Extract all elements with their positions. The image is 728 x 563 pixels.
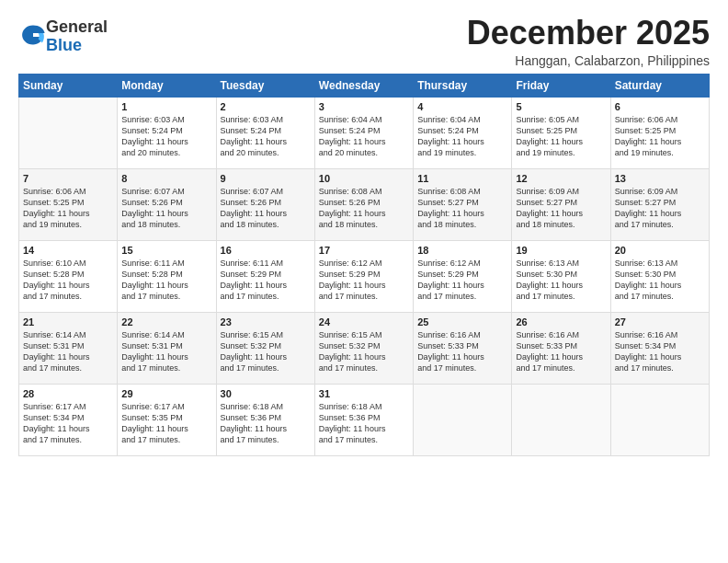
day-info: Sunrise: 6:18 AM Sunset: 5:36 PM Dayligh… <box>319 401 409 446</box>
calendar-week-2: 7Sunrise: 6:06 AM Sunset: 5:25 PM Daylig… <box>19 168 710 240</box>
day-number: 13 <box>615 173 705 184</box>
col-sunday: Sunday <box>19 74 118 97</box>
calendar-cell: 10Sunrise: 6:08 AM Sunset: 5:26 PM Dayli… <box>314 168 413 240</box>
day-info: Sunrise: 6:09 AM Sunset: 5:27 PM Dayligh… <box>615 186 705 231</box>
calendar-cell: 14Sunrise: 6:10 AM Sunset: 5:28 PM Dayli… <box>19 240 118 312</box>
logo-text: General Blue <box>46 18 108 55</box>
day-number: 3 <box>319 101 409 112</box>
day-number: 4 <box>417 101 507 112</box>
day-info: Sunrise: 6:08 AM Sunset: 5:27 PM Dayligh… <box>417 186 507 231</box>
day-info: Sunrise: 6:06 AM Sunset: 5:25 PM Dayligh… <box>615 114 705 159</box>
calendar-cell: 12Sunrise: 6:09 AM Sunset: 5:27 PM Dayli… <box>512 168 610 240</box>
calendar-cell: 19Sunrise: 6:13 AM Sunset: 5:30 PM Dayli… <box>512 240 610 312</box>
calendar-cell: 27Sunrise: 6:16 AM Sunset: 5:34 PM Dayli… <box>610 312 709 384</box>
day-number: 28 <box>23 388 113 399</box>
day-info: Sunrise: 6:18 AM Sunset: 5:36 PM Dayligh… <box>221 401 311 446</box>
title-block: December 2025 Hanggan, Calabarzon, Phili… <box>467 15 710 68</box>
day-info: Sunrise: 6:16 AM Sunset: 5:33 PM Dayligh… <box>516 329 606 374</box>
col-friday: Friday <box>512 74 610 97</box>
day-info: Sunrise: 6:14 AM Sunset: 5:31 PM Dayligh… <box>23 329 113 374</box>
col-thursday: Thursday <box>414 74 512 97</box>
day-number: 1 <box>121 101 211 112</box>
day-number: 14 <box>23 245 113 256</box>
calendar-cell: 21Sunrise: 6:14 AM Sunset: 5:31 PM Dayli… <box>19 312 118 384</box>
calendar-cell: 8Sunrise: 6:07 AM Sunset: 5:26 PM Daylig… <box>118 168 216 240</box>
day-info: Sunrise: 6:05 AM Sunset: 5:25 PM Dayligh… <box>516 114 606 159</box>
calendar-week-3: 14Sunrise: 6:10 AM Sunset: 5:28 PM Dayli… <box>19 240 710 312</box>
calendar-week-1: 1Sunrise: 6:03 AM Sunset: 5:24 PM Daylig… <box>19 97 710 168</box>
calendar-cell <box>512 384 610 455</box>
day-info: Sunrise: 6:13 AM Sunset: 5:30 PM Dayligh… <box>516 258 606 303</box>
calendar-week-5: 28Sunrise: 6:17 AM Sunset: 5:34 PM Dayli… <box>19 384 710 455</box>
calendar-cell: 5Sunrise: 6:05 AM Sunset: 5:25 PM Daylig… <box>512 97 610 168</box>
calendar-cell: 15Sunrise: 6:11 AM Sunset: 5:28 PM Dayli… <box>118 240 216 312</box>
calendar-cell: 1Sunrise: 6:03 AM Sunset: 5:24 PM Daylig… <box>118 97 216 168</box>
day-number: 24 <box>319 316 409 327</box>
calendar-cell <box>19 97 118 168</box>
calendar-cell: 3Sunrise: 6:04 AM Sunset: 5:24 PM Daylig… <box>314 97 413 168</box>
day-number: 30 <box>221 388 311 399</box>
day-number: 8 <box>121 173 211 184</box>
day-info: Sunrise: 6:15 AM Sunset: 5:32 PM Dayligh… <box>319 329 409 374</box>
day-number: 16 <box>221 245 311 256</box>
day-number: 12 <box>516 173 606 184</box>
day-info: Sunrise: 6:07 AM Sunset: 5:26 PM Dayligh… <box>121 186 211 231</box>
day-info: Sunrise: 6:09 AM Sunset: 5:27 PM Dayligh… <box>516 186 606 231</box>
day-info: Sunrise: 6:06 AM Sunset: 5:25 PM Dayligh… <box>23 186 113 231</box>
day-info: Sunrise: 6:17 AM Sunset: 5:34 PM Dayligh… <box>23 401 113 446</box>
day-info: Sunrise: 6:03 AM Sunset: 5:24 PM Dayligh… <box>221 114 311 159</box>
day-number: 20 <box>615 245 705 256</box>
day-number: 6 <box>615 101 705 112</box>
col-tuesday: Tuesday <box>216 74 314 97</box>
calendar-cell: 28Sunrise: 6:17 AM Sunset: 5:34 PM Dayli… <box>19 384 118 455</box>
day-info: Sunrise: 6:17 AM Sunset: 5:35 PM Dayligh… <box>121 401 211 446</box>
calendar-cell <box>610 384 709 455</box>
calendar-table: Sunday Monday Tuesday Wednesday Thursday… <box>18 74 710 456</box>
day-number: 21 <box>23 316 113 327</box>
day-info: Sunrise: 6:11 AM Sunset: 5:29 PM Dayligh… <box>221 258 311 303</box>
calendar-cell <box>414 384 512 455</box>
day-number: 2 <box>221 101 311 112</box>
calendar-cell: 24Sunrise: 6:15 AM Sunset: 5:32 PM Dayli… <box>314 312 413 384</box>
calendar-cell: 13Sunrise: 6:09 AM Sunset: 5:27 PM Dayli… <box>610 168 709 240</box>
calendar-cell: 11Sunrise: 6:08 AM Sunset: 5:27 PM Dayli… <box>414 168 512 240</box>
logo-general: General <box>46 17 108 36</box>
day-number: 9 <box>221 173 311 184</box>
col-saturday: Saturday <box>610 74 709 97</box>
calendar-cell: 23Sunrise: 6:15 AM Sunset: 5:32 PM Dayli… <box>216 312 314 384</box>
calendar-cell: 16Sunrise: 6:11 AM Sunset: 5:29 PM Dayli… <box>216 240 314 312</box>
day-info: Sunrise: 6:08 AM Sunset: 5:26 PM Dayligh… <box>319 186 409 231</box>
header: General Blue December 2025 Hanggan, Cala… <box>18 15 710 68</box>
day-info: Sunrise: 6:15 AM Sunset: 5:32 PM Dayligh… <box>221 329 311 374</box>
header-row: Sunday Monday Tuesday Wednesday Thursday… <box>19 74 710 97</box>
day-number: 25 <box>417 316 507 327</box>
day-info: Sunrise: 6:16 AM Sunset: 5:33 PM Dayligh… <box>417 329 507 374</box>
calendar-cell: 25Sunrise: 6:16 AM Sunset: 5:33 PM Dayli… <box>414 312 512 384</box>
calendar-cell: 18Sunrise: 6:12 AM Sunset: 5:29 PM Dayli… <box>414 240 512 312</box>
calendar-cell: 29Sunrise: 6:17 AM Sunset: 5:35 PM Dayli… <box>118 384 216 455</box>
day-number: 27 <box>615 316 705 327</box>
calendar-week-4: 21Sunrise: 6:14 AM Sunset: 5:31 PM Dayli… <box>19 312 710 384</box>
calendar-cell: 20Sunrise: 6:13 AM Sunset: 5:30 PM Dayli… <box>610 240 709 312</box>
day-info: Sunrise: 6:10 AM Sunset: 5:28 PM Dayligh… <box>23 258 113 303</box>
calendar-cell: 2Sunrise: 6:03 AM Sunset: 5:24 PM Daylig… <box>216 97 314 168</box>
day-info: Sunrise: 6:16 AM Sunset: 5:34 PM Dayligh… <box>615 329 705 374</box>
day-info: Sunrise: 6:07 AM Sunset: 5:26 PM Dayligh… <box>221 186 311 231</box>
calendar-cell: 30Sunrise: 6:18 AM Sunset: 5:36 PM Dayli… <box>216 384 314 455</box>
month-title: December 2025 <box>467 15 710 52</box>
calendar-cell: 9Sunrise: 6:07 AM Sunset: 5:26 PM Daylig… <box>216 168 314 240</box>
page-container: General Blue December 2025 Hanggan, Cala… <box>0 0 728 465</box>
day-info: Sunrise: 6:13 AM Sunset: 5:30 PM Dayligh… <box>615 258 705 303</box>
col-wednesday: Wednesday <box>314 74 413 97</box>
day-info: Sunrise: 6:04 AM Sunset: 5:24 PM Dayligh… <box>319 114 409 159</box>
logo-blue: Blue <box>46 36 82 54</box>
day-info: Sunrise: 6:11 AM Sunset: 5:28 PM Dayligh… <box>121 258 211 303</box>
day-number: 15 <box>121 245 211 256</box>
day-info: Sunrise: 6:12 AM Sunset: 5:29 PM Dayligh… <box>417 258 507 303</box>
day-number: 23 <box>221 316 311 327</box>
logo: General Blue <box>18 18 108 55</box>
day-number: 26 <box>516 316 606 327</box>
day-number: 5 <box>516 101 606 112</box>
col-monday: Monday <box>118 74 216 97</box>
day-info: Sunrise: 6:12 AM Sunset: 5:29 PM Dayligh… <box>319 258 409 303</box>
